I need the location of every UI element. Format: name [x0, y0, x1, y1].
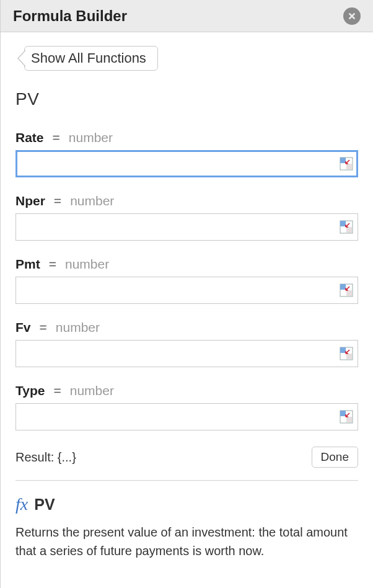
cell-selector-icon[interactable] — [340, 347, 353, 360]
arg-type: number — [70, 383, 114, 398]
result-text: Result: {...} — [15, 450, 76, 465]
description-section: fx PV Returns the present value of an in… — [15, 481, 358, 560]
arg-label-row: Rate=number — [15, 130, 358, 145]
arg-type: number — [69, 130, 113, 145]
arg-input-wrap — [15, 403, 358, 430]
formula-builder-panel: Formula Builder Show All Functions PV Ra… — [0, 0, 373, 588]
arguments-list: Rate=numberNper=numberPmt=numberFv=numbe… — [15, 130, 358, 430]
cell-selector-icon[interactable] — [340, 410, 353, 424]
arg-input-rate[interactable] — [15, 150, 358, 177]
arg-group-fv: Fv=number — [15, 320, 358, 367]
svg-rect-12 — [340, 347, 346, 353]
fx-icon: fx — [15, 494, 28, 514]
description-heading: fx PV — [15, 494, 358, 514]
arg-equals: = — [54, 194, 61, 208]
arg-input-wrap — [15, 150, 358, 177]
cell-selector-icon[interactable] — [340, 220, 353, 234]
description-func-name: PV — [34, 496, 55, 514]
arg-label-row: Pmt=number — [15, 257, 358, 272]
show-all-functions-button[interactable]: Show All Functions — [24, 46, 158, 71]
arg-group-pmt: Pmt=number — [15, 257, 358, 304]
arg-equals: = — [53, 383, 61, 398]
arg-label-row: Nper=number — [15, 194, 358, 208]
svg-rect-6 — [340, 221, 346, 226]
svg-rect-9 — [340, 284, 346, 290]
arg-type: number — [56, 320, 100, 335]
arg-name: Nper — [15, 194, 45, 208]
svg-rect-7 — [346, 227, 352, 233]
arg-label-row: Fv=number — [15, 320, 358, 335]
arg-input-pmt[interactable] — [15, 277, 358, 304]
arg-name: Fv — [15, 320, 31, 335]
result-row: Result: {...} Done — [15, 447, 358, 480]
arg-type: number — [70, 194, 114, 208]
arg-group-type: Type=number — [15, 383, 358, 430]
arg-equals: = — [40, 320, 47, 335]
panel-content: Show All Functions PV Rate=numberNper=nu… — [1, 32, 373, 560]
done-button[interactable]: Done — [312, 447, 358, 468]
arg-name: Type — [15, 383, 45, 398]
arg-equals: = — [49, 257, 56, 272]
breadcrumb-label: Show All Functions — [31, 50, 146, 66]
arg-input-wrap — [15, 277, 358, 304]
svg-rect-13 — [346, 354, 352, 359]
arg-input-wrap — [15, 340, 358, 367]
svg-rect-15 — [340, 411, 346, 416]
arg-group-nper: Nper=number — [15, 194, 358, 241]
arg-input-fv[interactable] — [15, 340, 358, 367]
arg-input-nper[interactable] — [15, 213, 358, 241]
panel-header: Formula Builder — [1, 0, 373, 32]
function-name-title: PV — [15, 89, 358, 109]
svg-rect-10 — [346, 290, 352, 296]
arg-group-rate: Rate=number — [15, 130, 358, 177]
close-icon — [348, 12, 356, 20]
cell-selector-icon[interactable] — [340, 157, 353, 171]
arg-label-row: Type=number — [15, 383, 358, 398]
svg-rect-16 — [346, 417, 352, 422]
close-button[interactable] — [343, 7, 361, 25]
svg-rect-3 — [340, 158, 346, 163]
arg-equals: = — [53, 130, 60, 145]
arg-type: number — [65, 257, 109, 272]
arg-input-wrap — [15, 213, 358, 241]
arg-name: Rate — [15, 130, 44, 145]
svg-rect-4 — [346, 164, 352, 169]
arg-name: Pmt — [15, 257, 40, 272]
panel-title: Formula Builder — [13, 7, 127, 25]
description-text: Returns the present value of an investme… — [15, 523, 358, 560]
cell-selector-icon[interactable] — [340, 283, 353, 297]
arg-input-type[interactable] — [15, 403, 358, 430]
